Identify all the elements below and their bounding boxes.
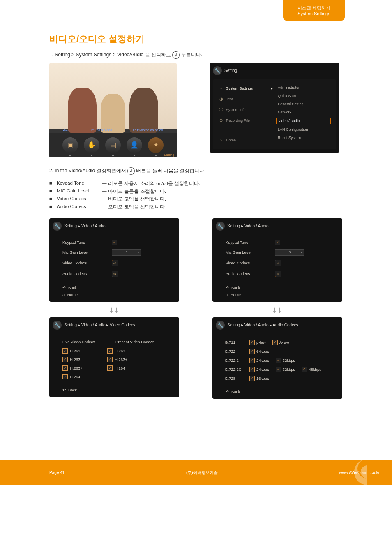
video-audio-panel-left: 🔧 Setting ▸ Video / Audio Keypad Tone ✓ … xyxy=(49,218,179,302)
keypad-checkbox[interactable]: ✓ xyxy=(275,240,280,245)
audio-check[interactable]: ✓ xyxy=(272,340,278,345)
wrench-icon: 🔧 xyxy=(216,321,225,330)
home-button[interactable]: ⌂ Home xyxy=(62,292,176,297)
wrench-icon: 🔧 xyxy=(53,321,62,330)
label-mic: Mic Gain Level xyxy=(62,250,112,254)
back-button[interactable]: ↶ Back xyxy=(226,389,339,394)
bullet-term-0: Keypad Tone xyxy=(57,180,102,187)
back-icon: ↶ xyxy=(62,388,66,392)
footer-page: Page 41 xyxy=(49,470,65,475)
submenu-administrator[interactable]: Administrator xyxy=(276,85,331,90)
audio-check[interactable]: ✓ xyxy=(249,358,255,363)
enter-icon: ↲ xyxy=(172,51,180,59)
panel-breadcrumb: Setting ▸ Video / Audio ▸ Audio Codecs xyxy=(227,323,298,327)
panel-breadcrumb: Setting ▸ Video / Audio xyxy=(64,224,105,228)
thumb-ip: IP : 00.0.0.000 xyxy=(91,128,112,132)
codec-check[interactable]: ✓ xyxy=(62,374,68,379)
video-codecs-arrow-icon[interactable]: ⇨ xyxy=(275,260,281,266)
wrench-icon: 🔧 xyxy=(213,66,222,75)
back-button[interactable]: ↶ Back xyxy=(226,285,339,290)
back-icon: ↶ xyxy=(226,285,229,290)
codec-check[interactable]: ✓ xyxy=(62,348,68,354)
bullet-desc-0: 리모콘 사용시 소리의 on/off을 설정합니다. xyxy=(108,180,201,187)
codec-check[interactable]: ✓ xyxy=(107,365,113,371)
wrench-icon: 🔧 xyxy=(216,222,225,231)
home-icon: ⌂ xyxy=(62,292,65,297)
header-pill: 시스템 세팅하기 System Settings xyxy=(283,0,345,21)
label-keypad: Keypad Tone xyxy=(226,240,275,245)
submenu-network[interactable]: Network xyxy=(276,109,331,115)
bullet-desc-1: 마이크 볼륨을 조절합니다. xyxy=(108,188,166,194)
footer-company: (주)에버정보기술 xyxy=(186,470,218,476)
bullet-term-1: MIC Gain Level xyxy=(57,188,102,194)
label-video-codecs: Video Codecs xyxy=(226,261,275,265)
codec-check[interactable]: ✓ xyxy=(107,348,113,354)
audio-check[interactable]: ✓ xyxy=(249,340,255,345)
video-codecs-arrow-icon[interactable]: ⇨ xyxy=(112,260,118,266)
down-arrows: ↓↓ xyxy=(49,304,180,315)
header-kor: 시스템 세팅하기 xyxy=(297,5,330,11)
menu-system-info[interactable]: ⓘ System Info xyxy=(218,106,273,113)
toolbar-settings-icon[interactable]: ✦ xyxy=(148,137,164,153)
step-2: 2. In the Video/Audio 설정화면에서 ↲ 버튼을 눌러 다음… xyxy=(49,167,343,175)
thumb-setting-label: Setting xyxy=(164,153,174,157)
bullet-desc-2: 비디오 코덱을 선택합니다. xyxy=(108,196,166,202)
codec-check[interactable]: ✓ xyxy=(107,357,113,362)
enter-icon-2: ↲ xyxy=(127,167,135,175)
keypad-checkbox[interactable]: ✓ xyxy=(112,240,117,245)
info-icon: ⓘ xyxy=(218,107,224,113)
audio-check[interactable]: ✓ xyxy=(302,367,307,372)
toolbar-user-icon[interactable]: 👤 xyxy=(127,137,142,153)
menu-home[interactable]: ⌂ Home xyxy=(218,136,273,144)
audio-codecs-arrow-icon[interactable]: ⇨ xyxy=(275,271,281,277)
audio-check[interactable]: ✓ xyxy=(276,358,281,363)
label-audio-codecs: Audio Codecs xyxy=(62,271,112,276)
home-screen-thumbnail: AVer IP : 00.0.0.000 2011/00/00 00:00:00… xyxy=(49,63,177,157)
codec-check[interactable]: ✓ xyxy=(62,357,68,362)
home-icon: ⌂ xyxy=(218,137,224,143)
video-audio-panel-right: 🔧 Setting ▸ Video / Audio Keypad Tone ✓ … xyxy=(212,218,342,302)
toolbar-cam-icon[interactable]: ▣ xyxy=(62,137,78,153)
home-button[interactable]: ⌂ Home xyxy=(226,292,339,297)
panel-breadcrumb: Setting ▸ Video / Audio xyxy=(227,224,268,228)
home-icon: ⌂ xyxy=(226,292,228,297)
audio-check[interactable]: ✓ xyxy=(249,349,255,354)
submenu-video-audio[interactable]: Video / Audio xyxy=(276,118,331,124)
setting-panel-title: Setting xyxy=(224,68,237,73)
submenu-general-setting[interactable]: General Setting xyxy=(276,101,331,107)
section-title: 비디오/오디오 설정하기 xyxy=(49,33,343,45)
audio-codecs-arrow-icon[interactable]: ⇨ xyxy=(112,271,118,277)
audio-check[interactable]: ✓ xyxy=(276,367,281,372)
toolbar-files-icon[interactable]: ▤ xyxy=(105,137,121,153)
label-mic: Mic Gain Level xyxy=(226,250,275,254)
live-header: Live Video Codecs xyxy=(62,340,95,344)
back-icon: ↶ xyxy=(226,389,229,394)
footer-logo-icon xyxy=(351,452,384,485)
bullet-term-2: Video Codecs xyxy=(57,196,102,202)
audio-codecs-panel: 🔧 Setting ▸ Video / Audio ▸ Audio Codecs… xyxy=(212,317,342,399)
chevron-right-icon: ▸ xyxy=(271,86,273,90)
menu-recording-file[interactable]: ⊙ Recording File xyxy=(218,117,273,124)
back-button[interactable]: ↶ Back xyxy=(62,285,176,290)
bullet-list: ■ Keypad Tone — 리모콘 사용시 소리의 on/off을 설정합니… xyxy=(49,180,343,210)
codec-check[interactable]: ✓ xyxy=(62,365,68,371)
thumb-date: 2011/00/00 00:00:00 xyxy=(133,128,163,132)
mic-select[interactable]: 5 xyxy=(275,249,304,256)
step-1-text-a: Setting > System Settings > Video/Audio … xyxy=(55,52,172,58)
back-button[interactable]: ↶ Back xyxy=(62,388,176,392)
menu-system-settings[interactable]: ✦ System Settings ▸ xyxy=(218,85,273,92)
toolbar-hand-icon[interactable]: ✋ xyxy=(84,137,99,153)
audio-check[interactable]: ✓ xyxy=(249,376,255,381)
step-2-number: 2. xyxy=(49,168,55,173)
setting-menu-panel: 🔧 Setting ✦ System Settings ▸ ◑ Test ⓘ xyxy=(210,63,339,153)
video-codecs-panel: 🔧 Setting ▸ Video / Audio ▸ Video Codecs… xyxy=(49,317,179,397)
audio-check[interactable]: ✓ xyxy=(249,367,255,372)
mic-select[interactable]: 5 xyxy=(112,249,141,256)
submenu-reset-system[interactable]: Reset System xyxy=(276,135,331,141)
submenu-quick-start[interactable]: Quick Start xyxy=(276,93,331,99)
menu-test[interactable]: ◑ Test xyxy=(218,95,273,103)
label-video-codecs: Video Codecs xyxy=(62,261,112,265)
step-1-text-b: 누릅니다. xyxy=(181,52,202,58)
submenu-lan-configuration[interactable]: LAN Configuration xyxy=(276,127,331,132)
panel-breadcrumb: Setting ▸ Video / Audio ▸ Video Codecs xyxy=(64,323,135,327)
